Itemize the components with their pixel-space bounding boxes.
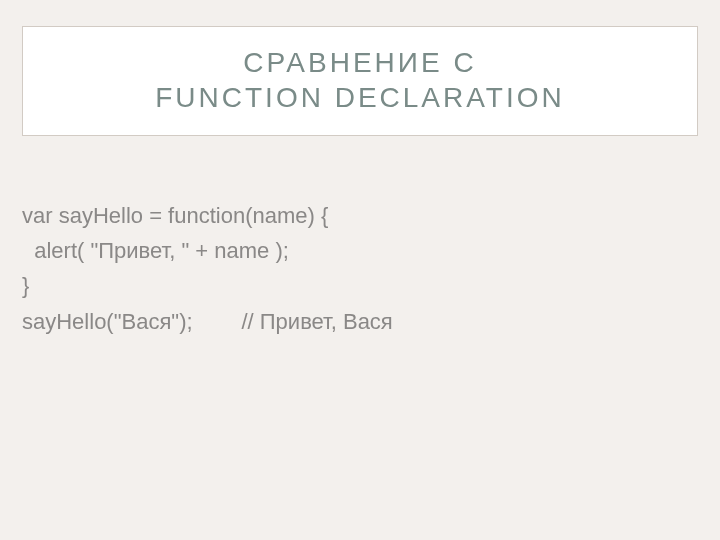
slide-title: СРАВНЕНИЕ С FUNCTION DECLARATION	[33, 45, 687, 115]
slide-body: var sayHello = function(name) { alert( "…	[22, 198, 698, 339]
title-box: СРАВНЕНИЕ С FUNCTION DECLARATION	[22, 26, 698, 136]
code-line: sayHello("Вася"); // Привет, Вася	[22, 304, 698, 339]
slide: СРАВНЕНИЕ С FUNCTION DECLARATION var say…	[0, 0, 720, 540]
code-line: var sayHello = function(name) {	[22, 198, 698, 233]
code-line: alert( "Привет, " + name );	[22, 233, 698, 268]
code-line: }	[22, 268, 698, 303]
